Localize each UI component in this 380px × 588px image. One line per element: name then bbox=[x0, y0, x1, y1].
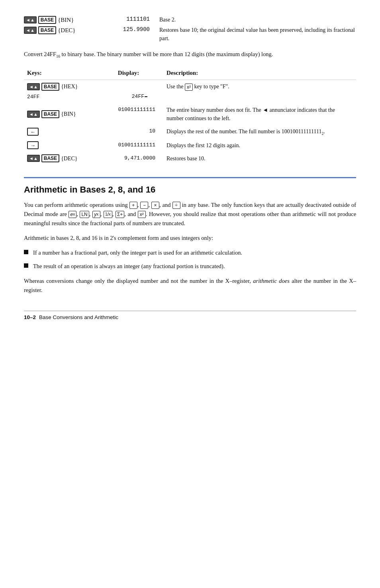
page-footer: 10–2 Base Conversions and Arithmetic bbox=[24, 311, 356, 320]
top-row-2: ◄▲ BASE {DEC} 125.9900 Restores base 10;… bbox=[24, 26, 356, 43]
top-display-1: 1111101 bbox=[112, 16, 159, 22]
section-para-1: You can perform arithmetic operations us… bbox=[24, 201, 356, 228]
top-desc-2: Restores base 10; the original decimal v… bbox=[159, 26, 356, 43]
times-key-inline[interactable]: × bbox=[151, 202, 159, 209]
bullet-item-1: If a number has a fractional part, only … bbox=[24, 248, 356, 257]
left-arrow-key[interactable]: ← bbox=[27, 128, 39, 136]
bullet-item-2: The result of an operation is always an … bbox=[24, 262, 356, 271]
footer-text: Base Conversions and Arithmetic bbox=[39, 314, 118, 320]
shift-key-bin[interactable]: ◄▲ bbox=[27, 111, 40, 118]
shift-key-1[interactable]: ◄▲ bbox=[24, 16, 37, 23]
top-display-2: 125.9900 bbox=[112, 26, 159, 33]
bullet-text-2: The result of an operation is always an … bbox=[33, 262, 225, 271]
plus-key-inline[interactable]: + bbox=[129, 202, 137, 209]
col-header-keys: Keys: bbox=[24, 68, 94, 80]
top-table: ◄▲ BASE {BIN} 1111101 Base 2. ◄▲ BASE {D… bbox=[24, 16, 356, 43]
mode-label-1: {BIN} bbox=[58, 17, 74, 23]
col-header-desc: Description: bbox=[163, 68, 356, 80]
right-arrow-key[interactable]: → bbox=[27, 141, 39, 149]
keys-cell-bin: ◄▲ BASE {BIN} bbox=[24, 103, 94, 125]
display-hex: 24FF bbox=[94, 80, 163, 103]
table-row-right: → 010011111111 Displays the first 12 dig… bbox=[24, 139, 356, 152]
desc-bin: The entire binary number does not fit. T… bbox=[163, 103, 356, 125]
table-row-dec: ◄▲ BASE {DEC} 9,471.0000 Restores base 1… bbox=[24, 152, 356, 165]
ex-key-inline[interactable]: ex bbox=[69, 211, 76, 218]
base-key-2[interactable]: BASE bbox=[38, 26, 56, 34]
keys-cell-hex: ◄▲ BASE {HEX} 24FF bbox=[24, 80, 94, 103]
base-key-1[interactable]: BASE bbox=[38, 16, 56, 24]
table-row-left: ← 10 Displays the rest of the number. Th… bbox=[24, 125, 356, 139]
shift-key-2[interactable]: ◄▲ bbox=[24, 27, 37, 34]
display-bin: 010011111111 bbox=[94, 103, 163, 125]
table-row-hex: ◄▲ BASE {HEX} 24FF 24FF Use the x² key t… bbox=[24, 80, 356, 103]
mode-bin-label: {BIN} bbox=[61, 110, 76, 118]
top-keys-2: ◄▲ BASE {DEC} bbox=[24, 26, 112, 34]
x2-key-inline2[interactable]: x² bbox=[138, 211, 146, 218]
base-key-bin[interactable]: BASE bbox=[41, 110, 59, 118]
x2-key-inline[interactable]: x² bbox=[185, 84, 193, 91]
top-keys-1: ◄▲ BASE {BIN} bbox=[24, 16, 112, 24]
sigma-key-inline[interactable]: Σ+ bbox=[116, 211, 124, 218]
section-para-2: Arithmetic in bases 2, 8, and 16 is in 2… bbox=[24, 234, 356, 243]
main-table: Keys: Display: Description: ◄▲ BASE {HEX… bbox=[24, 68, 356, 165]
base-key-hex[interactable]: BASE bbox=[41, 83, 59, 91]
top-row-1: ◄▲ BASE {BIN} 1111101 Base 2. bbox=[24, 16, 356, 24]
mode-label-2: {DEC} bbox=[58, 27, 75, 34]
display-left: 10 bbox=[94, 125, 163, 139]
section-divider bbox=[24, 177, 356, 178]
intro-paragraph: Convert 24FF16 to binary base. The binar… bbox=[24, 50, 356, 59]
keys-cell-left: ← bbox=[24, 125, 94, 139]
bullet-text-1: If a number has a fractional part, only … bbox=[33, 248, 242, 257]
bullet-icon-1 bbox=[24, 250, 28, 254]
onex-key-inline[interactable]: 1/x bbox=[104, 211, 112, 218]
bullet-list: If a number has a fractional part, only … bbox=[24, 248, 356, 271]
desc-hex: Use the x² key to type "F". bbox=[163, 80, 356, 103]
desc-right: Displays the first 12 digits again. bbox=[163, 139, 356, 152]
table-row-bin: ◄▲ BASE {BIN} 010011111111 The entire bi… bbox=[24, 103, 356, 125]
desc-dec: Restores base 10. bbox=[163, 152, 356, 165]
mode-dec-label: {DEC} bbox=[61, 154, 77, 163]
yx-key-inline[interactable]: yx bbox=[92, 211, 100, 218]
keys-cell-dec: ◄▲ BASE {DEC} bbox=[24, 152, 94, 165]
minus-key-inline[interactable]: − bbox=[140, 202, 148, 209]
top-desc-1: Base 2. bbox=[159, 16, 356, 24]
keys-cell-right: → bbox=[24, 139, 94, 152]
hex-input-value: 24FF bbox=[27, 93, 90, 101]
mode-hex-label: {HEX} bbox=[61, 82, 78, 91]
page-number: 10–2 bbox=[24, 314, 36, 320]
base-key-dec[interactable]: BASE bbox=[41, 154, 59, 162]
shift-key-hex[interactable]: ◄▲ bbox=[27, 83, 40, 90]
section-para-3: Whereas conversions change only the disp… bbox=[24, 276, 356, 295]
shift-key-dec[interactable]: ◄▲ bbox=[27, 155, 40, 162]
display-dec: 9,471.0000 bbox=[94, 152, 163, 165]
ln-key-inline[interactable]: LN bbox=[80, 211, 89, 218]
section-heading: Arithmetic in Bases 2, 8, and 16 bbox=[24, 185, 356, 195]
col-header-display: Display: bbox=[94, 68, 163, 80]
bullet-icon-2 bbox=[24, 263, 28, 268]
desc-left: Displays the rest of the number. The ful… bbox=[163, 125, 356, 139]
divide-key-inline[interactable]: ÷ bbox=[172, 202, 180, 209]
display-right: 010011111111 bbox=[94, 139, 163, 152]
italic-arithmetic: arithmetic does bbox=[253, 278, 290, 284]
